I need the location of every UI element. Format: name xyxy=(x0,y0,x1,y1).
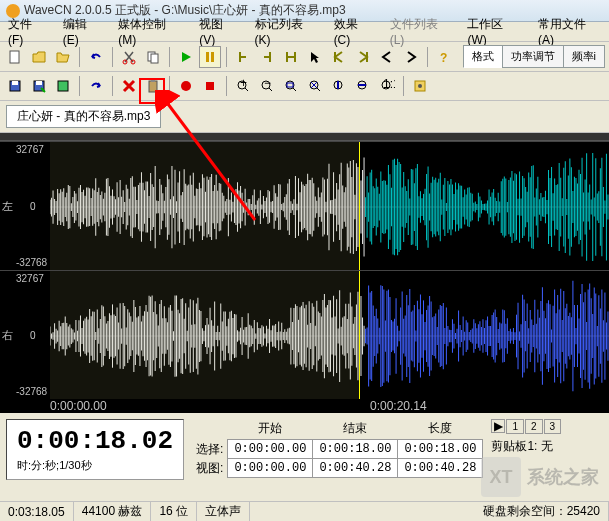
status-bar: 0:03:18.05 44100 赫兹 16 位 立体声 硬盘剩余空间：2542… xyxy=(0,501,609,521)
scale-max-r: 32767 xyxy=(16,273,44,284)
save-button[interactable] xyxy=(4,75,26,97)
time-mark: 0:00:20.14 xyxy=(370,399,427,413)
svg-rect-5 xyxy=(206,52,209,62)
status-disk: 硬盘剩余空间：25420 xyxy=(475,502,609,521)
pause-button[interactable] xyxy=(199,46,221,68)
right-channel[interactable]: 右 32767 0 -32768 xyxy=(0,270,609,399)
new-file-button[interactable] xyxy=(4,46,26,68)
menu-file[interactable]: 文件(F) xyxy=(0,14,55,49)
prev-marker-button[interactable] xyxy=(328,46,350,68)
svg-text:?: ? xyxy=(440,51,447,65)
svg-rect-0 xyxy=(10,51,19,63)
menu-view[interactable]: 视图(V) xyxy=(191,14,246,49)
timeline-ruler[interactable] xyxy=(0,133,609,141)
menu-effects[interactable]: 效果(C) xyxy=(326,14,382,49)
undo-button[interactable] xyxy=(85,46,107,68)
open-folder-button[interactable] xyxy=(52,46,74,68)
cut-button[interactable] xyxy=(118,46,140,68)
page-1[interactable]: 1 xyxy=(506,419,524,434)
page-2[interactable]: 2 xyxy=(525,419,543,434)
marker-start-button[interactable] xyxy=(232,46,254,68)
play-button[interactable] xyxy=(175,46,197,68)
zoom-in-h-button[interactable]: + xyxy=(232,75,254,97)
tab-format[interactable]: 格式 xyxy=(463,45,503,68)
svg-rect-16 xyxy=(206,82,214,90)
selection-overlay-r xyxy=(50,271,360,399)
redo-button[interactable] xyxy=(85,75,107,97)
zoom-reset-v-button[interactable]: 1:1 xyxy=(376,75,398,97)
sel-end[interactable]: 0:00:18.00 xyxy=(313,440,398,459)
next-cursor-button[interactable] xyxy=(400,46,422,68)
toolbar-row-2: + − 1:1 xyxy=(0,72,609,101)
status-pos: 0:03:18.05 xyxy=(0,502,74,521)
view-start[interactable]: 0:00:00.00 xyxy=(228,459,313,478)
save-as-button[interactable] xyxy=(28,75,50,97)
selection-overlay xyxy=(50,142,360,270)
record-button[interactable] xyxy=(175,75,197,97)
svg-rect-9 xyxy=(12,81,18,85)
svg-rect-12 xyxy=(58,81,68,91)
settings-button[interactable] xyxy=(409,75,431,97)
tab-freq[interactable]: 频率i xyxy=(563,45,605,68)
sel-start[interactable]: 0:00:00.00 xyxy=(228,440,313,459)
cursor-button[interactable] xyxy=(304,46,326,68)
view-end[interactable]: 0:00:40.28 xyxy=(313,459,398,478)
scale-min: -32768 xyxy=(16,257,47,268)
page-nav[interactable]: ▶ xyxy=(491,419,505,433)
delete-button[interactable] xyxy=(118,75,140,97)
menu-markers[interactable]: 标记列表(K) xyxy=(247,14,326,49)
svg-point-29 xyxy=(418,84,422,88)
menu-media[interactable]: 媒体控制(M) xyxy=(110,14,191,49)
clipboard-label: 剪贴板1: xyxy=(491,439,537,453)
zoom-out-h-button[interactable]: − xyxy=(256,75,278,97)
menu-filelist[interactable]: 文件列表(L) xyxy=(382,14,460,49)
page-3[interactable]: 3 xyxy=(544,419,562,434)
selection-info: 开始 结束 长度 选择: 0:00:00.00 0:00:18.00 0:00:… xyxy=(192,419,483,480)
hdr-start: 开始 xyxy=(228,419,313,440)
lbl-select: 选择: xyxy=(192,440,228,459)
prev-cursor-button[interactable] xyxy=(376,46,398,68)
file-tab-bar: 庄心妍 - 真的不容易.mp3 xyxy=(0,101,609,133)
scale-zero-r: 0 xyxy=(30,330,36,341)
open-file-button[interactable] xyxy=(28,46,50,68)
help-button[interactable]: ? xyxy=(433,46,455,68)
tab-power[interactable]: 功率调节 xyxy=(502,45,564,68)
export-button[interactable] xyxy=(52,75,74,97)
waveform-area[interactable]: 左 32767 0 -32768 右 32767 0 -32768 0:00:0… xyxy=(0,133,609,413)
paste-button[interactable] xyxy=(142,75,164,97)
current-time: 0:00:18.02 xyxy=(17,426,173,456)
menu-workspace[interactable]: 工作区(W) xyxy=(459,14,530,49)
marker-range-button[interactable] xyxy=(280,46,302,68)
svg-rect-22 xyxy=(287,83,293,87)
menu-edit[interactable]: 编辑(E) xyxy=(55,14,110,49)
file-tab[interactable]: 庄心妍 - 真的不容易.mp3 xyxy=(6,105,161,128)
time-format-label: 时:分:秒;1/30秒 xyxy=(17,458,173,473)
status-stereo: 立体声 xyxy=(197,502,250,521)
side-tabs: 格式 功率调节 频率i xyxy=(464,45,605,68)
svg-rect-13 xyxy=(149,81,157,92)
hdr-end: 结束 xyxy=(313,419,398,440)
hdr-length: 长度 xyxy=(398,419,483,440)
svg-rect-4 xyxy=(151,54,158,63)
status-rate: 44100 赫兹 xyxy=(74,502,152,521)
marker-end-button[interactable] xyxy=(256,46,278,68)
menu-recent[interactable]: 常用文件(A) xyxy=(530,14,609,49)
clipboard-value: 无 xyxy=(541,439,553,453)
zoom-sel-button[interactable] xyxy=(280,75,302,97)
zoom-out-v-button[interactable] xyxy=(352,75,374,97)
lbl-view: 视图: xyxy=(192,459,228,478)
copy-button[interactable] xyxy=(142,46,164,68)
time-bar[interactable]: 0:00:00.00 0:00:20.14 xyxy=(0,399,609,413)
zoom-in-v-button[interactable] xyxy=(328,75,350,97)
svg-rect-6 xyxy=(211,52,214,62)
sel-len[interactable]: 0:00:18.00 xyxy=(398,440,483,459)
svg-rect-14 xyxy=(151,80,155,82)
svg-text:−: − xyxy=(264,78,271,90)
zoom-all-button[interactable] xyxy=(304,75,326,97)
menu-bar: 文件(F) 编辑(E) 媒体控制(M) 视图(V) 标记列表(K) 效果(C) … xyxy=(0,22,609,42)
svg-text:1:1: 1:1 xyxy=(383,78,395,91)
view-len[interactable]: 0:00:40.28 xyxy=(398,459,483,478)
stop-button[interactable] xyxy=(199,75,221,97)
next-marker-button[interactable] xyxy=(352,46,374,68)
left-channel[interactable]: 左 32767 0 -32768 xyxy=(0,141,609,270)
